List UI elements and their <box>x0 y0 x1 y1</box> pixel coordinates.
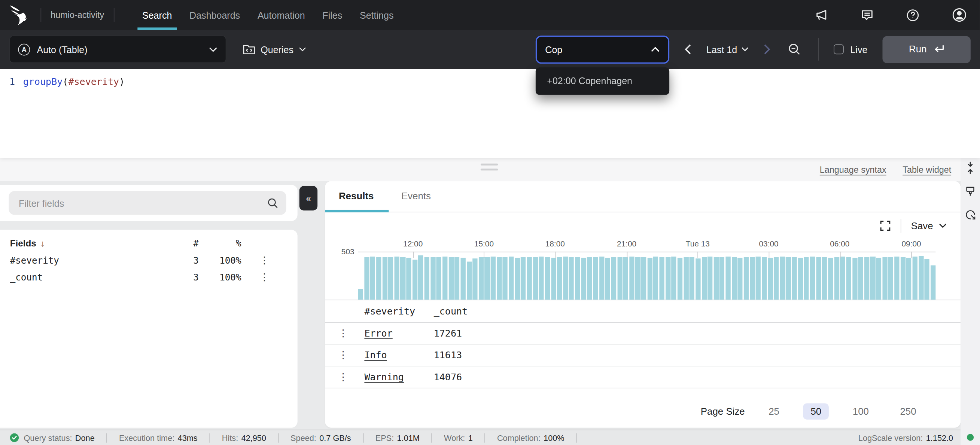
histogram-bar[interactable] <box>732 257 737 300</box>
nav-tab-settings[interactable]: Settings <box>355 0 399 30</box>
histogram-bar[interactable] <box>557 257 562 300</box>
histogram-bar[interactable] <box>702 257 706 300</box>
inspect-click-icon[interactable] <box>965 209 976 220</box>
tab-events[interactable]: Events <box>400 181 432 212</box>
field-name[interactable]: _count <box>10 272 176 282</box>
histogram-bar[interactable] <box>388 257 393 300</box>
histogram-bar[interactable] <box>587 257 592 300</box>
severity-value-link[interactable]: Info <box>364 350 387 361</box>
histogram-bar[interactable] <box>611 257 616 300</box>
histogram-bar[interactable] <box>569 257 574 300</box>
tab-results[interactable]: Results <box>338 181 375 212</box>
page-size-100[interactable]: 100 <box>845 404 876 420</box>
run-button[interactable]: Run <box>882 36 970 63</box>
histogram-bar[interactable] <box>497 257 502 300</box>
histogram-bar[interactable] <box>641 257 646 300</box>
histogram-bar[interactable] <box>828 258 833 300</box>
histogram-bar[interactable] <box>750 257 755 300</box>
histogram-bar[interactable] <box>503 257 508 300</box>
histogram-bar[interactable] <box>370 257 375 299</box>
histogram-bar[interactable] <box>919 256 923 300</box>
histogram-bar[interactable] <box>924 259 929 300</box>
histogram-bar[interactable] <box>455 257 459 300</box>
histogram-bar[interactable] <box>846 257 851 300</box>
histogram-bar[interactable] <box>394 257 399 299</box>
histogram-bar[interactable] <box>431 257 435 300</box>
column-header-severity[interactable]: #severity <box>364 306 433 317</box>
histogram-bar[interactable] <box>647 258 652 300</box>
column-header-count[interactable]: _count <box>434 306 559 317</box>
kebab-menu-icon[interactable]: ⋮ <box>259 271 269 283</box>
zoom-out-icon[interactable] <box>788 43 801 55</box>
histogram-bar[interactable] <box>894 257 899 299</box>
query-editor[interactable]: 1 groupBy(#severity) <box>0 69 980 158</box>
histogram-bar[interactable] <box>738 258 743 300</box>
help-icon[interactable] <box>905 8 920 22</box>
histogram-bar[interactable] <box>473 258 478 299</box>
histogram-bar[interactable] <box>913 257 918 299</box>
page-size-25[interactable]: 25 <box>761 404 787 420</box>
histogram-bar[interactable] <box>575 257 580 300</box>
histogram-bar[interactable] <box>882 257 887 300</box>
histogram-bar[interactable] <box>834 257 839 300</box>
collapse-fields-panel-button[interactable]: « <box>299 186 317 211</box>
nav-tab-files[interactable]: Files <box>317 0 347 30</box>
histogram-bar[interactable] <box>786 257 791 300</box>
histogram-bar[interactable] <box>364 257 369 300</box>
histogram-bar[interactable] <box>545 257 550 300</box>
histogram-bar[interactable] <box>623 257 628 300</box>
histogram-bar[interactable] <box>509 257 514 299</box>
histogram-bar[interactable] <box>756 257 760 299</box>
collapse-vertical-icon[interactable] <box>966 162 975 174</box>
histogram-bar[interactable] <box>382 257 387 300</box>
time-forward-button[interactable] <box>764 44 771 55</box>
histogram-bar[interactable] <box>442 257 447 299</box>
account-icon[interactable] <box>951 7 967 23</box>
histogram-bar[interactable] <box>876 258 881 300</box>
histogram-bar[interactable] <box>678 258 682 300</box>
histogram-bar[interactable] <box>713 257 718 300</box>
nav-tab-search[interactable]: Search <box>137 0 177 30</box>
histogram-bar[interactable] <box>840 257 845 299</box>
histogram-bar[interactable] <box>768 258 773 300</box>
save-button[interactable]: Save <box>911 220 947 231</box>
resize-handle[interactable] <box>480 163 498 174</box>
histogram-bar[interactable] <box>719 257 724 300</box>
page-size-50[interactable]: 50 <box>803 404 829 420</box>
language-syntax-link[interactable]: Language syntax <box>820 165 886 175</box>
histogram-bar[interactable] <box>852 258 857 300</box>
histogram-bar[interactable] <box>774 257 779 300</box>
histogram-bar[interactable] <box>665 257 670 300</box>
histogram-bar[interactable] <box>527 257 531 300</box>
histogram-bar[interactable] <box>466 262 471 300</box>
page-size-250[interactable]: 250 <box>892 404 923 420</box>
field-name[interactable]: #severity <box>10 255 176 265</box>
histogram-bar[interactable] <box>418 255 423 300</box>
histogram-bar[interactable] <box>804 257 809 300</box>
histogram-bar[interactable] <box>798 258 803 300</box>
time-back-button[interactable] <box>685 44 691 55</box>
histogram-bar[interactable] <box>689 257 694 300</box>
histogram-bar[interactable] <box>449 257 453 300</box>
histogram-bar[interactable] <box>726 257 731 299</box>
histogram-bar[interactable] <box>406 258 411 300</box>
histogram-bar[interactable] <box>515 258 520 300</box>
fields-sort-header[interactable]: Fields ↓ <box>10 239 176 249</box>
histogram-bar[interactable] <box>780 257 784 299</box>
event-histogram[interactable]: 503 12:0015:0018:0021:00Tue 1303:0006:00… <box>325 239 961 300</box>
histogram-bar[interactable] <box>629 257 634 299</box>
histogram-bar[interactable] <box>358 289 363 299</box>
timezone-dropdown-option[interactable]: +02:00 Copenhagen <box>536 67 669 94</box>
kebab-menu-icon[interactable]: ⋮ <box>338 327 348 339</box>
kebab-menu-icon[interactable]: ⋮ <box>338 371 348 383</box>
histogram-bar[interactable] <box>744 257 749 300</box>
live-checkbox[interactable] <box>834 44 844 55</box>
kebab-menu-icon[interactable]: ⋮ <box>338 349 348 361</box>
histogram-bar[interactable] <box>900 257 905 300</box>
announcements-icon[interactable] <box>814 8 828 22</box>
histogram-bar[interactable] <box>593 257 598 300</box>
visualization-selector[interactable]: A Auto (Table) <box>10 35 226 63</box>
histogram-bar[interactable] <box>412 260 417 300</box>
kebab-menu-icon[interactable]: ⋮ <box>259 254 269 266</box>
histogram-bar[interactable] <box>436 257 441 300</box>
